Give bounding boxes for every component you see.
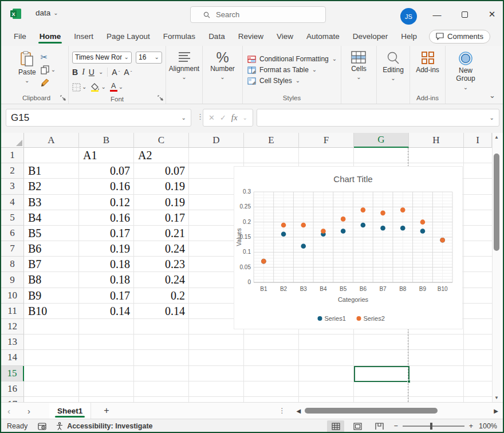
column-header-H[interactable]: H — [409, 133, 464, 148]
row-header-6[interactable]: 6 — [1, 226, 24, 241]
font-name-select[interactable]: Times New Rom⌄ — [72, 52, 132, 64]
row-header-7[interactable]: 7 — [1, 241, 24, 257]
format-as-table-button[interactable]: Format as Table⌄ — [247, 66, 337, 74]
menu-tab-automate[interactable]: Automate — [305, 29, 341, 44]
menu-tab-page-layout[interactable]: Page Layout — [105, 29, 151, 44]
row-header-17[interactable]: 17 — [1, 397, 24, 402]
cell-B6[interactable]: 0.17 — [79, 226, 134, 241]
italic-button[interactable]: I — [82, 68, 85, 77]
select-all-corner[interactable] — [1, 133, 24, 148]
zoom-slider-thumb[interactable] — [430, 423, 432, 430]
add-sheet-button[interactable]: + — [91, 406, 121, 416]
cell-B2[interactable]: 0.07 — [79, 163, 134, 179]
close-button[interactable]: ✕ — [483, 7, 501, 22]
cell-B11[interactable]: 0.14 — [79, 304, 134, 319]
cell-A6[interactable]: B5 — [24, 226, 79, 241]
menu-tab-file[interactable]: File — [13, 29, 27, 44]
cell-A7[interactable]: B6 — [24, 241, 79, 257]
zoom-out-button[interactable]: − — [393, 422, 397, 430]
selected-cell-outline[interactable] — [354, 366, 410, 382]
menu-tab-developer[interactable]: Developer — [352, 29, 389, 44]
column-header-B[interactable]: B — [79, 133, 134, 148]
font-dialog-launcher[interactable] — [158, 95, 163, 101]
cell-A4[interactable]: B3 — [24, 195, 79, 210]
zoom-in-button[interactable]: + — [469, 422, 473, 430]
copy-button[interactable]: ⌄ — [41, 64, 56, 76]
cell-A5[interactable]: B4 — [24, 210, 79, 226]
zoom-slider[interactable] — [403, 423, 464, 430]
underline-button[interactable]: U — [89, 68, 94, 77]
scroll-down-icon[interactable]: ▼ — [493, 395, 501, 400]
sheetbar-resize-handle[interactable]: ⋮ — [279, 407, 294, 415]
embedded-chart[interactable]: Chart TitleValuesCategories00.050.10.150… — [234, 166, 463, 329]
menu-tab-insert[interactable]: Insert — [73, 29, 94, 44]
scroll-left-icon[interactable]: ◀ — [294, 408, 304, 414]
column-header-G[interactable]: G — [354, 133, 409, 148]
horizontal-scrollbar[interactable] — [304, 407, 468, 414]
row-header-1[interactable]: 1 — [1, 148, 24, 163]
page-break-view-button[interactable] — [371, 420, 388, 432]
scroll-right-icon[interactable]: ▶ — [468, 408, 503, 414]
cell-B5[interactable]: 0.16 — [79, 210, 134, 226]
fill-color-button[interactable]: ⌄ — [90, 83, 105, 92]
menu-tab-data[interactable]: Data — [207, 29, 226, 44]
comments-button[interactable]: Comments — [429, 30, 490, 44]
enter-button[interactable]: ✓ — [220, 113, 226, 122]
cell-C6[interactable]: 0.21 — [134, 226, 189, 241]
conditional-formatting-button[interactable]: Conditional Formatting⌄ — [247, 55, 337, 63]
cell-C7[interactable]: 0.24 — [134, 241, 189, 257]
new-group-button[interactable]: New Group ⌄ — [446, 50, 486, 92]
cell-A2[interactable]: B1 — [24, 163, 79, 179]
row-header-3[interactable]: 3 — [1, 179, 24, 194]
row-header-5[interactable]: 5 — [1, 210, 24, 226]
column-header-F[interactable]: F — [299, 133, 354, 148]
row-header-9[interactable]: 9 — [1, 272, 24, 288]
cell-C3[interactable]: 0.19 — [134, 179, 189, 194]
collapse-ribbon-button[interactable]: ⌄ — [486, 46, 501, 104]
cell-A8[interactable]: B7 — [24, 257, 79, 272]
scroll-up-icon[interactable]: ▲ — [493, 135, 501, 140]
horizontal-scroll-thumb[interactable] — [305, 408, 438, 414]
cell-C11[interactable]: 0.14 — [134, 304, 189, 319]
cell-C2[interactable]: 0.07 — [134, 163, 189, 179]
normal-view-button[interactable] — [327, 420, 344, 432]
clipboard-dialog-launcher[interactable] — [60, 95, 66, 101]
fill-handle[interactable] — [407, 380, 411, 383]
row-header-14[interactable]: 14 — [1, 350, 24, 365]
row-header-13[interactable]: 13 — [1, 334, 24, 350]
accessibility-status[interactable]: Accessibility: Investigate — [56, 422, 162, 430]
cell-A10[interactable]: B9 — [24, 288, 79, 304]
format-painter-button[interactable] — [41, 77, 56, 88]
cell-A11[interactable]: B10 — [24, 304, 79, 319]
cell-B7[interactable]: 0.19 — [79, 241, 134, 257]
row-header-16[interactable]: 16 — [1, 381, 24, 397]
cell-B4[interactable]: 0.12 — [79, 195, 134, 210]
column-header-C[interactable]: C — [134, 133, 189, 148]
borders-button[interactable]: ⌄ — [72, 83, 86, 92]
cell-B10[interactable]: 0.17 — [79, 288, 134, 304]
cell-C5[interactable]: 0.17 — [134, 210, 189, 226]
avatar[interactable]: JS — [400, 8, 417, 25]
cell-B8[interactable]: 0.18 — [79, 257, 134, 272]
shrink-font-button[interactable]: Aˇ — [124, 68, 132, 77]
editing-button[interactable]: Editing ⌄ — [379, 50, 407, 92]
column-header-A[interactable]: A — [24, 133, 79, 148]
sheet-tab-sheet1[interactable]: Sheet1 — [49, 403, 91, 419]
spreadsheet-grid[interactable]: Chart TitleValuesCategories00.050.10.150… — [1, 133, 503, 402]
paste-button[interactable]: Paste ⌄ — [15, 50, 40, 92]
row-header-4[interactable]: 4 — [1, 195, 24, 210]
zoom-level[interactable]: 100% — [479, 422, 503, 430]
cell-C9[interactable]: 0.24 — [134, 272, 189, 288]
cell-A3[interactable]: B2 — [24, 179, 79, 194]
menu-tab-help[interactable]: Help — [400, 29, 418, 44]
menu-tab-formulas[interactable]: Formulas — [162, 29, 196, 44]
cell-C4[interactable]: 0.19 — [134, 195, 189, 210]
menu-tab-view[interactable]: View — [275, 29, 294, 44]
vertical-scroll-thumb[interactable] — [494, 153, 499, 251]
cell-B9[interactable]: 0.18 — [79, 272, 134, 288]
next-sheet-button[interactable]: › — [21, 406, 37, 416]
cancel-button[interactable]: ✕ — [208, 113, 215, 122]
cells-button[interactable]: Cells ⌄ — [348, 50, 370, 92]
addins-button[interactable]: Add-ins — [412, 50, 443, 92]
alignment-button[interactable]: Alignment ⌄ — [166, 50, 203, 92]
